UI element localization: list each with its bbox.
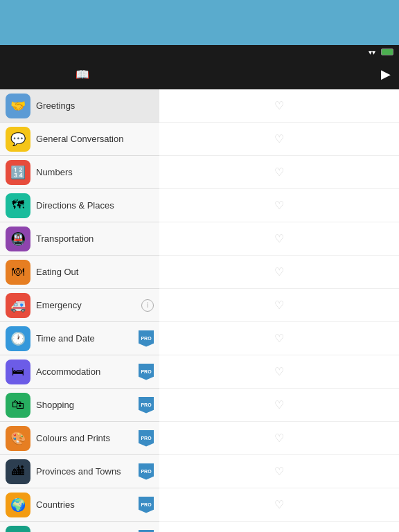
list-item-greetings[interactable]: 🤝Greetings [0,89,159,123]
list-item-eating-out[interactable]: 🍽Eating Out [0,256,159,289]
book-icon[interactable]: 📖 [76,68,89,81]
heart-icon-7: ♡ [274,332,284,345]
pro-badge-colours-prints: PRO [139,430,154,447]
heart-list: ♡♡♡♡♡♡♡♡♡♡♡♡♡♡ [159,89,399,532]
item-icon-tourist-attractions: 📷 [6,526,30,533]
heart-icon-4: ♡ [274,232,284,245]
item-label-transportation: Transportation [36,233,154,244]
heart-row-7[interactable]: ♡ [159,322,399,355]
list-panel: 🤝Greetings💬General Conversation🔢Numbers🗺… [0,89,159,532]
heart-row-6[interactable]: ♡ [159,289,399,322]
heart-icon-5: ♡ [274,265,284,278]
pro-badge-provinces-towns: PRO [139,463,154,480]
list-item-emergency[interactable]: 🚑Emergencyi [0,289,159,322]
list-item-transportation[interactable]: 🚇Transportation [0,222,159,256]
heart-icon-9: ♡ [274,398,284,411]
item-icon-directions-places: 🗺 [6,193,30,218]
nav-right: ▶ [159,66,399,82]
status-right: ▾▾ [369,48,393,56]
item-icon-numbers: 🔢 [6,160,30,185]
battery-icon [381,48,393,55]
item-label-numbers: Numbers [36,167,154,177]
pro-badge-countries: PRO [139,497,154,513]
item-icon-accommodation: 🛏 [6,360,30,384]
pro-badge-time-and-date: PRO [139,330,154,347]
item-icon-countries: 🌍 [6,493,30,517]
heart-row-0[interactable]: ♡ [159,89,399,123]
list-item-countries[interactable]: 🌍CountriesPRO [0,488,159,522]
right-panel: ♡♡♡♡♡♡♡♡♡♡♡♡♡♡ [159,89,399,532]
list-item-tourist-attractions[interactable]: 📷Tourist AttractionsPRO [0,522,159,532]
item-icon-time-and-date: 🕐 [6,326,30,351]
list-item-provinces-towns[interactable]: 🏙Provinces and TownsPRO [0,455,159,488]
info-badge-emergency[interactable]: i [141,299,154,312]
list-item-directions-places[interactable]: 🗺Directions & Places [0,189,159,222]
item-label-eating-out: Eating Out [36,267,154,277]
item-label-shopping: Shopping [36,400,136,410]
heart-icon-11: ♡ [274,465,284,478]
nav-bar: 📖 ▶ [0,59,399,89]
nav-left: 📖 [0,68,159,81]
item-label-greetings: Greetings [36,100,154,111]
pro-badge-accommodation: PRO [139,364,154,380]
list-item-accommodation[interactable]: 🛏AccommodationPRO [0,355,159,389]
heart-row-10[interactable]: ♡ [159,422,399,455]
item-label-emergency: Emergency [36,300,139,310]
item-icon-eating-out: 🍽 [6,260,30,285]
pro-badge-tourist-attractions: PRO [139,530,154,533]
item-label-accommodation: Accommodation [36,366,136,377]
heart-row-11[interactable]: ♡ [159,455,399,488]
list-item-numbers[interactable]: 🔢Numbers [0,156,159,189]
heart-row-5[interactable]: ♡ [159,256,399,289]
item-icon-shopping: 🛍 [6,393,30,418]
wifi-icon: ▾▾ [369,48,375,56]
heart-icon-10: ♡ [274,432,284,445]
item-icon-general-conversation: 💬 [6,127,30,152]
item-icon-provinces-towns: 🏙 [6,459,30,484]
list-item-general-conversation[interactable]: 💬General Conversation [0,123,159,156]
item-icon-emergency: 🚑 [6,293,30,318]
heart-row-2[interactable]: ♡ [159,156,399,189]
item-label-time-and-date: Time and Date [36,333,136,344]
heart-icon-1: ♡ [274,132,284,145]
list-item-shopping[interactable]: 🛍ShoppingPRO [0,389,159,422]
content-area: 🤝Greetings💬General Conversation🔢Numbers🗺… [0,89,399,532]
heart-row-1[interactable]: ♡ [159,123,399,156]
heart-icon-12: ♡ [274,498,284,511]
heart-row-13[interactable]: ♡ [159,522,399,532]
heart-row-12[interactable]: ♡ [159,488,399,522]
heart-icon-6: ♡ [274,299,284,312]
play-button[interactable]: ▶ [381,66,391,82]
status-bar: ▾▾ [0,45,399,59]
heart-icon-8: ♡ [274,365,284,378]
heart-row-4[interactable]: ♡ [159,222,399,256]
item-label-directions-places: Directions & Places [36,200,154,211]
item-label-provinces-towns: Provinces and Towns [36,466,136,477]
heart-row-3[interactable]: ♡ [159,189,399,222]
list-item-colours-prints[interactable]: 🎨Colours and PrintsPRO [0,422,159,455]
item-label-general-conversation: General Conversation [36,134,154,144]
heart-icon-2: ♡ [274,166,284,179]
item-label-colours-prints: Colours and Prints [36,433,136,443]
heart-icon-3: ♡ [274,199,284,212]
heart-row-9[interactable]: ♡ [159,389,399,422]
item-label-countries: Countries [36,499,136,510]
item-icon-transportation: 🚇 [6,227,30,251]
pro-badge-shopping: PRO [139,397,154,414]
list-item-time-and-date[interactable]: 🕐Time and DatePRO [0,322,159,355]
heart-icon-0: ♡ [274,99,284,112]
heart-row-8[interactable]: ♡ [159,355,399,389]
item-icon-greetings: 🤝 [6,94,30,118]
item-icon-colours-prints: 🎨 [6,426,30,451]
app-title-bar [0,0,399,45]
